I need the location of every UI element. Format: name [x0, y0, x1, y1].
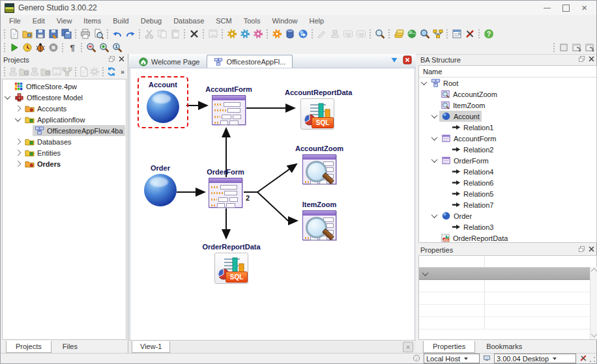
menu-help[interactable]: Help — [304, 16, 330, 26]
projects-item-orders[interactable]: Orders — [3, 158, 126, 169]
db-import-icon[interactable] — [297, 27, 310, 40]
rebuild-icon[interactable] — [252, 27, 265, 40]
preferences-icon[interactable] — [463, 27, 476, 40]
diagram-node-accountform[interactable]: AccountForm — [202, 85, 255, 125]
float-panel-icon[interactable] — [578, 55, 585, 64]
left-tab-projects[interactable]: Projects — [6, 341, 51, 353]
close-panel-icon[interactable] — [588, 55, 595, 64]
float-panel-icon[interactable] — [108, 55, 115, 64]
close-tab-icon[interactable] — [403, 55, 412, 66]
properties-scrollbar[interactable] — [590, 267, 597, 339]
ba-item-orderform[interactable]: OrderForm — [419, 155, 596, 166]
left-tab-files[interactable]: Files — [53, 341, 87, 353]
delete-icon[interactable] — [188, 27, 201, 40]
projects-item-databases[interactable]: Databases — [3, 136, 126, 147]
stop-icon[interactable] — [47, 41, 60, 53]
ba-browser-icon[interactable] — [405, 27, 418, 40]
expander-down-icon[interactable] — [431, 212, 438, 218]
save-as-icon[interactable] — [47, 27, 60, 40]
fullscreen-icon[interactable] — [557, 41, 570, 53]
zoom-in-icon[interactable] — [98, 41, 111, 53]
ba-item-relation5[interactable]: Relation5 — [419, 188, 596, 199]
more-buttons-icon[interactable]: » — [117, 66, 128, 78]
editor-tab-welcome-page[interactable]: Welcome Page — [132, 55, 207, 68]
expander-down-icon[interactable] — [431, 156, 438, 163]
menu-file[interactable]: File — [3, 16, 27, 26]
diagram-canvas[interactable]: 2 AccountAccountForm AccountReportData S… — [130, 68, 415, 341]
property-value[interactable] — [484, 280, 596, 292]
diagram-node-order[interactable]: Order — [141, 164, 180, 206]
expander-right-icon[interactable] — [15, 105, 22, 112]
property-value[interactable] — [484, 292, 596, 304]
menu-items[interactable]: Items — [78, 16, 107, 26]
build-all-icon[interactable] — [239, 27, 252, 40]
projects-item-officestore-4pw[interactable]: OfficeStore.4pw — [3, 81, 126, 92]
ba-item-relation3[interactable]: Relation3 — [419, 221, 596, 232]
diagram-node-accountreportdata[interactable]: AccountReportData SQL — [285, 89, 350, 130]
property-value[interactable] — [484, 305, 596, 316]
diagram-node-orderreportdata[interactable]: OrderReportData SQL — [200, 243, 263, 284]
zoom-finder-icon[interactable] — [418, 27, 431, 40]
property-row-name[interactable] — [419, 280, 596, 292]
diagram-node-accountzoom[interactable]: AccountZoom — [290, 145, 349, 184]
minimize-icon[interactable] — [544, 8, 551, 8]
expander-right-icon[interactable] — [15, 150, 22, 156]
properties-group-object[interactable] — [419, 268, 596, 280]
ba-item-relation1[interactable]: Relation1 — [419, 122, 596, 133]
projects-item-applicationflow[interactable]: Applicationflow — [3, 114, 126, 125]
open-icon[interactable] — [21, 27, 34, 40]
new-document-icon[interactable] — [8, 27, 21, 40]
save-all-icon[interactable] — [60, 27, 73, 40]
close-icon[interactable]: × — [581, 5, 587, 11]
menu-edit[interactable]: Edit — [27, 16, 51, 26]
redo-icon[interactable] — [124, 27, 137, 40]
menu-debug[interactable]: Debug — [135, 16, 167, 26]
print-icon[interactable] — [79, 27, 92, 40]
ba-item-relation7[interactable]: Relation7 — [419, 199, 596, 210]
ba-item-accountform[interactable]: AccountForm — [419, 133, 596, 144]
paragraph-marks-icon[interactable]: ¶ — [66, 41, 79, 53]
property-row-type[interactable] — [419, 292, 596, 305]
dock-view-icon[interactable] — [583, 41, 596, 53]
expander-down-icon[interactable] — [5, 93, 11, 100]
tools-icon[interactable] — [579, 354, 587, 363]
expander-down-icon[interactable] — [421, 79, 428, 85]
ba-item-accountzoom[interactable]: AccountZoom — [419, 89, 596, 100]
property-row-file-name[interactable] — [419, 305, 596, 317]
right-tab-properties[interactable]: Properties — [423, 341, 475, 353]
property-row-description[interactable] — [419, 317, 596, 329]
ba-item-itemzoom[interactable]: ItemZoom — [419, 100, 596, 111]
view-tab[interactable]: View-1 — [132, 341, 170, 353]
expander-right-icon[interactable] — [15, 161, 22, 167]
debug-icon[interactable] — [34, 41, 47, 53]
ba-item-relation2[interactable]: Relation2 — [419, 144, 596, 155]
diagram-node-itemzoom[interactable]: ItemZoom — [290, 201, 349, 240]
close-panel-icon[interactable] — [118, 55, 125, 64]
menu-view[interactable]: View — [51, 16, 78, 26]
menu-tools[interactable]: Tools — [238, 16, 267, 26]
undo-icon[interactable] — [111, 27, 124, 40]
compile-icon[interactable] — [270, 27, 284, 40]
expander-right-icon[interactable] — [15, 139, 22, 145]
maximize-icon[interactable] — [562, 5, 570, 12]
help-icon[interactable]: ? — [482, 27, 495, 40]
build-icon[interactable] — [226, 27, 239, 40]
close-panel-icon[interactable] — [588, 245, 595, 254]
find-in-files-icon[interactable] — [373, 27, 386, 40]
menu-scm[interactable]: SCM — [210, 16, 237, 26]
float-panel-icon[interactable] — [578, 245, 585, 254]
diagram-node-orderform[interactable]: OrderForm — [205, 168, 246, 208]
run-icon[interactable] — [8, 41, 21, 53]
ba-item-order[interactable]: Order — [419, 210, 596, 221]
ba-item-root[interactable]: Root — [419, 77, 596, 89]
save-icon[interactable] — [34, 27, 47, 40]
properties-col-value[interactable] — [484, 256, 596, 267]
print-preview-icon[interactable] — [92, 27, 105, 40]
diagram-node-account[interactable]: Account — [138, 76, 188, 128]
schema-manager-icon[interactable] — [431, 27, 444, 40]
ba-item-orderreportdata[interactable]: SQLOrderReportData — [419, 232, 596, 243]
menu-build[interactable]: Build — [107, 16, 134, 26]
form-preview-icon[interactable] — [450, 27, 463, 40]
ba-item-account[interactable]: Account — [419, 111, 596, 122]
menu-database[interactable]: Database — [167, 16, 210, 26]
